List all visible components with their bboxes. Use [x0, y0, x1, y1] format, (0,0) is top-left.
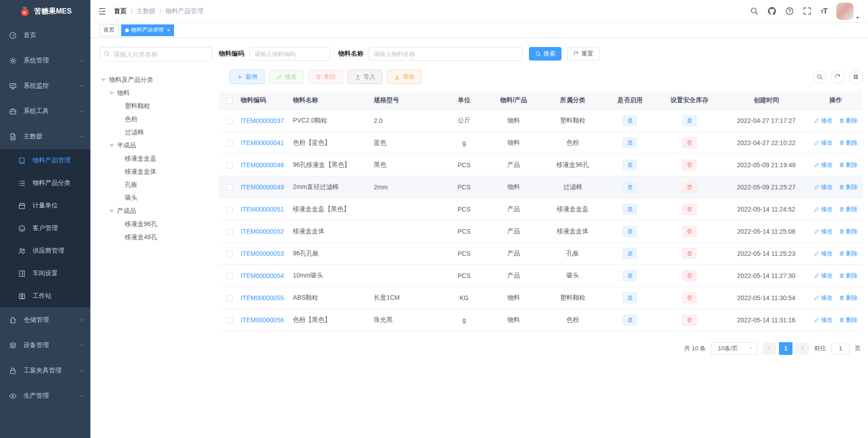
material-code-link[interactable]: ITEM00000054 — [241, 272, 284, 279]
tree-node-leaf[interactable]: 吸头 — [99, 191, 212, 204]
avatar[interactable] — [836, 3, 854, 20]
row-delete-link[interactable]: 删除 — [839, 272, 858, 280]
close-icon[interactable]: × — [167, 28, 170, 33]
删除-button[interactable]: 删除 — [308, 70, 343, 84]
row-edit-link[interactable]: 修改 — [814, 205, 833, 213]
row-delete-link[interactable]: 删除 — [839, 161, 858, 169]
tree-node-leaf[interactable]: 色粉 — [99, 113, 212, 126]
row-checkbox[interactable] — [226, 118, 233, 124]
row-checkbox[interactable] — [226, 162, 233, 169]
tab-active[interactable]: 物料产品管理 × — [121, 24, 174, 36]
sidebar-item[interactable]: 系统管理 — [0, 48, 90, 73]
新增-button[interactable]: 新增 — [230, 70, 264, 84]
tree-node-group[interactable]: 半成品 — [99, 139, 212, 152]
breadcrumb-item[interactable]: 物料产品管理 — [165, 7, 203, 15]
tree-node-root[interactable]: 物料及产品分类 — [99, 73, 212, 86]
row-delete-link[interactable]: 删除 — [839, 227, 858, 235]
question-icon[interactable] — [785, 7, 794, 15]
sidebar-subitem[interactable]: 客户管理 — [0, 217, 90, 240]
row-delete-link[interactable]: 删除 — [839, 205, 858, 213]
user-menu[interactable] — [836, 3, 860, 20]
row-delete-link[interactable]: 删除 — [839, 117, 858, 125]
material-code-link[interactable]: ITEM00000053 — [241, 250, 284, 257]
sidebar-subitem[interactable]: 物料产品分类 — [0, 172, 90, 194]
row-delete-link[interactable]: 删除 — [839, 183, 858, 191]
row-delete-link[interactable]: 删除 — [839, 294, 858, 302]
material-code-link[interactable]: ITEM00000051 — [241, 206, 284, 213]
sidebar-toggle-icon[interactable] — [98, 7, 107, 16]
material-code-link[interactable]: ITEM00000046 — [241, 161, 284, 169]
grid-mini-button[interactable] — [849, 70, 863, 84]
page-size-select[interactable]: 10条/页 — [711, 342, 757, 355]
category-search-input[interactable] — [99, 47, 212, 61]
row-checkbox[interactable] — [226, 317, 233, 324]
sidebar-subitem[interactable]: 车间设置 — [0, 262, 90, 285]
sidebar-item[interactable]: 系统监控 — [0, 73, 90, 99]
tree-node-leaf[interactable]: 移液盒盒体 — [99, 165, 212, 178]
sidebar-item[interactable]: 工装夹具管理 — [0, 358, 90, 383]
row-edit-link[interactable]: 修改 — [814, 117, 833, 125]
sidebar-subitem[interactable]: 工作站 — [0, 285, 90, 307]
github-icon[interactable] — [768, 7, 776, 15]
search-mini-button[interactable] — [813, 70, 826, 84]
sidebar-item[interactable]: 生产管理 — [0, 383, 90, 409]
row-checkbox[interactable] — [226, 184, 233, 191]
tree-node-leaf[interactable]: 过滤棉 — [99, 126, 212, 139]
search-button[interactable]: 搜索 — [529, 47, 561, 61]
material-code-link[interactable]: ITEM00000037 — [241, 117, 284, 124]
row-edit-link[interactable]: 修改 — [814, 272, 833, 280]
tree-node-leaf[interactable]: 移液盒盒盖 — [99, 152, 212, 165]
material-code-link[interactable]: ITEM00000052 — [241, 228, 284, 235]
tab-item[interactable]: 首页 — [99, 24, 118, 36]
row-edit-link[interactable]: 修改 — [814, 294, 833, 302]
row-checkbox[interactable] — [226, 140, 233, 146]
sidebar-subitem[interactable]: 物料产品管理 — [0, 149, 90, 172]
tree-node-leaf[interactable]: 移液盒96孔 — [99, 217, 212, 231]
row-checkbox[interactable] — [226, 229, 233, 235]
row-edit-link[interactable]: 修改 — [814, 250, 833, 258]
material-code-link[interactable]: ITEM00000056 — [241, 316, 284, 324]
breadcrumb-item[interactable]: 主数据 — [137, 7, 156, 15]
material-code-link[interactable]: ITEM00000041 — [241, 139, 284, 146]
row-edit-link[interactable]: 修改 — [814, 161, 833, 169]
row-delete-link[interactable]: 删除 — [839, 139, 858, 147]
sidebar-item[interactable]: 首页 — [0, 23, 90, 48]
prev-page-button[interactable] — [763, 342, 776, 355]
row-checkbox[interactable] — [226, 273, 233, 279]
refresh-mini-button[interactable] — [831, 70, 844, 84]
font-size-icon[interactable]: TT — [821, 7, 827, 16]
material-code-link[interactable]: ITEM00000055 — [241, 294, 284, 301]
fullscreen-icon[interactable] — [803, 7, 811, 15]
sidebar-item[interactable]: 系统工具 — [0, 99, 90, 124]
tree-node-group[interactable]: 物料 — [99, 86, 212, 99]
row-checkbox[interactable] — [226, 295, 233, 301]
row-edit-link[interactable]: 修改 — [814, 183, 833, 191]
row-edit-link[interactable]: 修改 — [814, 139, 833, 147]
sidebar-item[interactable]: 设备管理 — [0, 333, 90, 358]
导出-button[interactable]: 导出 — [387, 70, 422, 84]
tree-node-leaf[interactable]: 移液盒48孔 — [99, 231, 212, 244]
select-all-checkbox[interactable] — [226, 98, 233, 104]
sidebar-item[interactable]: 主数据 — [0, 124, 90, 149]
material-name-input[interactable] — [369, 47, 523, 61]
tree-node-leaf[interactable]: 塑料颗粒 — [99, 99, 212, 113]
current-page-button[interactable]: 1 — [779, 342, 793, 355]
row-delete-link[interactable]: 删除 — [839, 250, 858, 258]
sidebar-item[interactable]: 仓储管理 — [0, 307, 90, 333]
app-logo[interactable]: K 苦糖果MES — [0, 0, 90, 23]
row-edit-link[interactable]: 修改 — [814, 227, 833, 235]
reset-button[interactable]: 重置 — [567, 47, 599, 61]
next-page-button[interactable] — [795, 342, 809, 355]
material-code-link[interactable]: ITEM00000049 — [241, 184, 284, 191]
search-icon[interactable] — [750, 7, 759, 15]
row-delete-link[interactable]: 删除 — [839, 316, 858, 324]
row-edit-link[interactable]: 修改 — [814, 316, 833, 324]
tree-node-leaf[interactable]: 孔板 — [99, 178, 212, 191]
sidebar-subitem[interactable]: 计量单位 — [0, 194, 90, 217]
sidebar-subitem[interactable]: 供应商管理 — [0, 240, 90, 262]
breadcrumb-item[interactable]: 首页 — [114, 7, 127, 15]
goto-page-input[interactable] — [831, 343, 849, 354]
tree-node-group[interactable]: 产成品 — [99, 204, 212, 217]
row-checkbox[interactable] — [226, 251, 233, 257]
row-checkbox[interactable] — [226, 207, 233, 213]
